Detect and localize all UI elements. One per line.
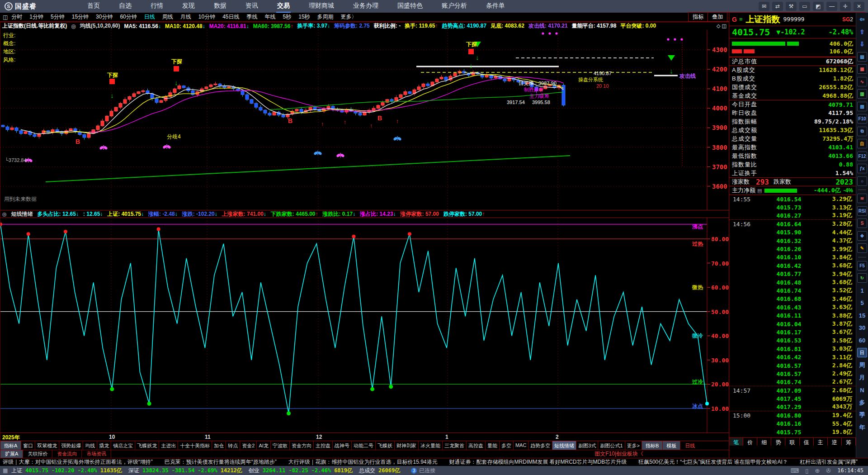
menu-item-条件单[interactable]: 条件单 bbox=[485, 0, 506, 13]
indicator-tab-双紫檀龙[interactable]: 双紫檀龙 bbox=[35, 441, 59, 450]
indicator-tab-AI龙[interactable]: AI龙 bbox=[257, 441, 270, 450]
quote-tab-联[interactable]: 联 bbox=[785, 438, 799, 446]
news-item-3[interactable]: 财通证券：配套存储模组向MRDIMM发展 看好MRCD芯片与MDB芯片升级 bbox=[449, 458, 627, 466]
period-45日线[interactable]: 45日线 bbox=[222, 13, 239, 21]
quote-tab-笔[interactable]: 笔 bbox=[729, 438, 743, 446]
indicator-tab-MAC[interactable]: MAC bbox=[514, 441, 528, 450]
indicator-tab-冰火量能[interactable]: 冰火量能 bbox=[419, 441, 443, 450]
keyboard-icon[interactable]: ⌨ bbox=[790, 467, 799, 474]
indicator-tab-宁波敢[interactable]: 宁波敢 bbox=[271, 441, 290, 450]
f10-graphic-link[interactable]: 图文F10|创业板块《 bbox=[594, 450, 643, 458]
period-month-icon[interactable]: 月 bbox=[857, 373, 867, 382]
indicator-tab-指标B[interactable]: 指标B bbox=[642, 441, 663, 450]
switch-icon[interactable]: ⇄ bbox=[772, 2, 783, 11]
news-item-0[interactable]: 评级｜大摩：对中国铝业开拓海外增长持正面看法，评级“增持” bbox=[3, 458, 153, 466]
quote-tab-值[interactable]: 值 bbox=[800, 438, 814, 446]
move-icon[interactable]: ✥ bbox=[857, 231, 867, 241]
period-30-icon[interactable]: 30 bbox=[857, 323, 867, 332]
period-月线[interactable]: 月线 bbox=[180, 13, 191, 21]
indicator-tab-十全十美指标[interactable]: 十全十美指标 bbox=[178, 441, 212, 450]
menu-item-资讯[interactable]: 资讯 bbox=[245, 0, 259, 13]
indicator-tab-飞蝶妖龙[interactable]: 飞蝶妖龙 bbox=[135, 441, 159, 450]
indicator-tab-窗口[interactable]: 窗口 bbox=[21, 441, 35, 450]
period-5秒[interactable]: 5秒 bbox=[283, 13, 292, 21]
f5-icon[interactable]: F5 bbox=[857, 261, 867, 271]
line-chart-icon[interactable]: ∿ bbox=[857, 77, 867, 86]
period-15分钟[interactable]: 15分钟 bbox=[72, 13, 89, 21]
menu-item-首页[interactable]: 首页 bbox=[86, 0, 101, 13]
locate-icon[interactable]: ⊕ bbox=[815, 467, 820, 474]
pencil-icon[interactable]: ✎ bbox=[857, 243, 867, 253]
indicator-tab-财神到家[interactable]: 财神到家 bbox=[395, 441, 419, 450]
period-周线[interactable]: 周线 bbox=[162, 13, 173, 21]
connection-status[interactable]: 3 已连接 bbox=[411, 467, 435, 475]
bottom-tab-市场资讯[interactable]: 市场资讯 bbox=[82, 450, 111, 458]
indicator-tab-模板[interactable]: 模板 bbox=[663, 441, 680, 450]
monitor-icon[interactable]: ▭ bbox=[799, 2, 810, 11]
doc-icon[interactable]: ▧ bbox=[857, 102, 867, 111]
grid-icon[interactable]: ▦ bbox=[3, 467, 8, 474]
usb-icon[interactable]: ▯ bbox=[805, 467, 808, 474]
refresh-icon[interactable]: ↻ bbox=[857, 273, 867, 283]
menu-item-理财商城[interactable]: 理财商城 bbox=[308, 0, 335, 13]
menu-item-交易[interactable]: 交易 bbox=[276, 0, 291, 13]
toolbar-button-叠加[interactable]: 叠加 bbox=[708, 12, 727, 22]
indicator-tab-强势起爆[interactable]: 强势起爆 bbox=[59, 441, 83, 450]
sentiment-indicator-chart[interactable]: 80.0070.0060.0050.0040.0030.0020.0010.00… bbox=[0, 218, 729, 432]
toolbar-button-指标[interactable]: 指标 bbox=[688, 12, 708, 22]
period-year-icon[interactable]: 年 bbox=[857, 423, 867, 432]
period-1-icon[interactable]: 1 bbox=[857, 286, 867, 295]
quote-tab-逆[interactable]: 逆 bbox=[828, 438, 842, 446]
news-item-4[interactable]: 狂飙500亿美元！“七巨头”疯狂发债背后 谁在阻甲骨文梭哈AI？ bbox=[638, 458, 788, 466]
period-60-icon[interactable]: 60 bbox=[857, 336, 867, 345]
index-summary-深证[interactable]: 深证13824.35-381.54-2.69%14212亿 bbox=[128, 467, 242, 475]
period-n-icon[interactable]: N bbox=[857, 385, 867, 395]
indicator-tab-三龙聚首[interactable]: 三龙聚首 bbox=[443, 441, 467, 450]
chart-header-icons[interactable]: ◇ ◫ bbox=[717, 23, 726, 29]
period-分时[interactable]: 分时 bbox=[11, 13, 22, 21]
list-icon[interactable]: ▤ bbox=[757, 188, 762, 194]
indicator-tab-主进出[interactable]: 主进出 bbox=[159, 441, 178, 450]
f12-icon[interactable]: F12 bbox=[857, 152, 867, 161]
indicator-tab-多空[interactable]: 多空 bbox=[500, 441, 514, 450]
indicator-tab-战神号[interactable]: 战神号 bbox=[333, 441, 352, 450]
down-icon[interactable]: ⇩ bbox=[857, 39, 867, 49]
bottom-tab-关联报价[interactable]: 关联报价 bbox=[23, 450, 52, 458]
quote-tab-势[interactable]: 势 bbox=[771, 438, 785, 446]
self-icon[interactable]: 自 bbox=[857, 139, 867, 148]
period-1分钟[interactable]: 1分钟 bbox=[29, 13, 43, 21]
tick-list[interactable]: 14:554016.543.29亿4015.733.13亿4016.273.19… bbox=[729, 195, 856, 437]
panel-toggle-icon[interactable]: ◫ bbox=[3, 14, 8, 20]
period-10分钟[interactable]: 10分钟 bbox=[198, 13, 215, 21]
period-5分钟[interactable]: 5分钟 bbox=[51, 13, 65, 21]
quote-tab-主[interactable]: 主 bbox=[814, 438, 828, 446]
formula-icon[interactable]: ƒx bbox=[857, 164, 867, 173]
indicator-tab-高控盘[interactable]: 高控盘 bbox=[467, 441, 486, 450]
indicator-tab-资金方向[interactable]: 资金方向 bbox=[290, 441, 314, 450]
quote-tab-筹[interactable]: 筹 bbox=[842, 438, 856, 446]
period-multi-icon[interactable]: 多 bbox=[857, 398, 867, 407]
period-quarter-icon[interactable]: 季 bbox=[857, 410, 867, 420]
close-icon[interactable]: ✕ bbox=[854, 2, 864, 11]
menu-item-发现[interactable]: 发现 bbox=[181, 0, 196, 13]
f10-icon[interactable]: F10 bbox=[857, 114, 867, 124]
period-更多〉[interactable]: 更多〉 bbox=[341, 13, 357, 21]
indicator-tab-趋势多空[interactable]: 趋势多空 bbox=[528, 441, 552, 450]
indicator-tab-更多>[interactable]: 更多> bbox=[625, 441, 642, 450]
quote-tab-价[interactable]: 价 bbox=[743, 438, 757, 446]
bottom-tab-扩展A[interactable]: 扩展A bbox=[0, 450, 23, 458]
back-icon[interactable]: ⇦ bbox=[857, 14, 867, 24]
indicator-collapse-icon[interactable]: ◎ bbox=[2, 211, 7, 217]
indicator-tab-主控盘[interactable]: 主控盘 bbox=[314, 441, 333, 450]
menu-item-国盛特色[interactable]: 国盛特色 bbox=[396, 0, 424, 13]
bottom-tab-资金流向[interactable]: 资金流向 bbox=[52, 450, 82, 458]
menu-item-账户分析[interactable]: 账户分析 bbox=[441, 0, 468, 13]
maximize-icon[interactable]: ✛ bbox=[840, 2, 851, 11]
period-15-icon[interactable]: 15 bbox=[857, 311, 867, 320]
period-30分钟[interactable]: 30分钟 bbox=[96, 13, 113, 21]
period-5-icon[interactable]: 5 bbox=[857, 298, 867, 308]
chat-icon[interactable]: ✉ bbox=[759, 2, 769, 11]
period-季线[interactable]: 季线 bbox=[247, 13, 258, 21]
wave-icon[interactable]: ≋ bbox=[857, 194, 867, 203]
up-icon[interactable]: ⇧ bbox=[857, 27, 867, 37]
